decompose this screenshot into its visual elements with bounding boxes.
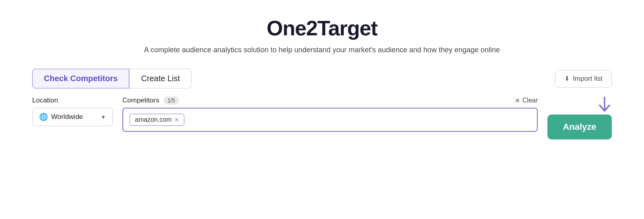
- competitors-label-left: Competitors 1/5: [122, 96, 179, 104]
- competitors-label-row: Competitors 1/5 ✕ Clear: [122, 96, 538, 104]
- arrow-indicator: [597, 96, 612, 116]
- tab-check-competitors[interactable]: Check Competitors: [32, 69, 129, 88]
- competitors-input-box[interactable]: amazon.com ✕: [122, 108, 538, 132]
- location-dropdown[interactable]: 🌐 Worldwide ▼: [32, 108, 113, 126]
- page-container: One2Target A complete audience analytics…: [32, 16, 612, 139]
- import-icon: ⬇: [564, 75, 570, 82]
- location-label: Location: [32, 96, 113, 104]
- clear-x-icon: ✕: [515, 97, 520, 104]
- input-section: Location 🌐 Worldwide ▼ Competitors 1/5 ✕…: [32, 96, 612, 139]
- right-group: Analyze: [547, 96, 612, 139]
- analyze-section: Analyze: [547, 96, 612, 139]
- tabs-row: Check Competitors Create List ⬇ Import l…: [32, 69, 612, 88]
- tab-create-list[interactable]: Create List: [129, 69, 192, 88]
- competitor-tag: amazon.com ✕: [130, 114, 184, 126]
- competitors-label: Competitors: [122, 96, 159, 104]
- competitor-tag-value: amazon.com: [135, 116, 172, 123]
- header-section: One2Target A complete audience analytics…: [32, 16, 612, 54]
- controls-section: Check Competitors Create List ⬇ Import l…: [32, 69, 612, 139]
- page-subtitle: A complete audience analytics solution t…: [32, 46, 612, 54]
- clear-button[interactable]: ✕ Clear: [515, 97, 538, 104]
- tabs-group: Check Competitors Create List: [32, 69, 192, 88]
- competitors-group: Competitors 1/5 ✕ Clear amazon.com ✕: [122, 96, 538, 132]
- import-button-label: Import list: [573, 75, 603, 83]
- competitors-count-badge: 1/5: [163, 96, 179, 104]
- globe-icon: 🌐: [39, 113, 48, 121]
- tag-remove-icon[interactable]: ✕: [174, 117, 179, 123]
- import-list-button[interactable]: ⬇ Import list: [555, 70, 612, 88]
- chevron-down-icon: ▼: [101, 114, 106, 120]
- clear-label: Clear: [522, 97, 538, 104]
- location-value: Worldwide: [51, 113, 83, 121]
- location-group: Location 🌐 Worldwide ▼: [32, 96, 113, 126]
- page-title: One2Target: [32, 16, 612, 40]
- analyze-button[interactable]: Analyze: [547, 115, 612, 139]
